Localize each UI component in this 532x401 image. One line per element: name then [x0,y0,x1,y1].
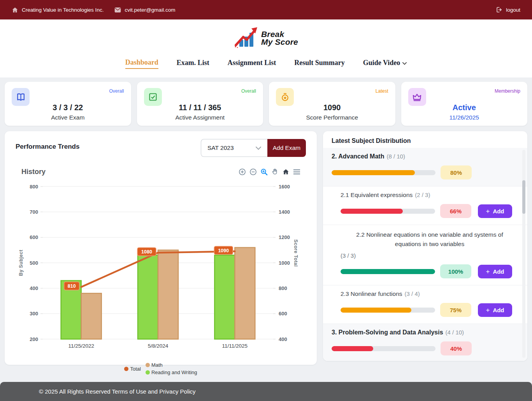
progress-bar [332,346,435,351]
percent-badge: 100% [440,264,471,278]
svg-text:400: 400 [279,336,287,342]
card-badge: Overall [241,88,256,94]
svg-text:1600: 1600 [279,184,290,190]
nav-assignment-list[interactable]: Assignment List [228,58,276,69]
zoom-out-icon[interactable] [249,168,257,176]
svg-text:11/25/2022: 11/25/2022 [68,343,94,349]
chart-toolbar [239,168,300,176]
svg-text:810: 810 [68,283,76,289]
active-exam-card: Overall 3 / 3 / 22 Active Exam [5,82,131,126]
logout-icon [495,6,502,13]
panel-title: Performance Trends [16,139,79,151]
company-name: Creating Value in Technologies Inc. [22,7,104,13]
plus-icon: + [486,307,490,313]
selection-zoom-icon[interactable] [260,168,268,176]
svg-text:500: 500 [30,260,38,266]
card-value: 3 / 3 / 22 [5,103,131,112]
subject-section-row: 3. Problem-Solving and Data Analysis(4 /… [323,324,527,361]
card-value: Active [401,103,528,112]
card-value: 11 / 11 / 365 [137,103,263,112]
chart-title: History [21,168,46,176]
nav-guide-video[interactable]: Guide Video [363,58,407,69]
subject-sub-row: 2.1 Equivalent expressions(2 / 3) 66% +A… [323,186,527,225]
add-button[interactable]: +Add [478,204,512,218]
menu-icon[interactable] [293,169,300,175]
footer: © 2025 All Rights Reserved Terms of Use … [0,382,532,401]
main-content: Overall 3 / 3 / 22 Active Exam Overall 1… [0,77,532,365]
svg-text:1200: 1200 [279,234,290,240]
scrollbar-thumb[interactable] [522,180,525,214]
add-button[interactable]: +Add [478,265,512,278]
percent-badge: 66% [440,204,471,218]
header: Break My Score Dashboard Exam. List Assi… [0,19,532,77]
progress-bar [341,269,435,274]
progress-bar [332,170,435,175]
svg-text:800: 800 [30,184,38,190]
chevron-down-icon [256,144,261,151]
panel-title: Latest Subject Distribution [323,131,527,148]
svg-text:200: 200 [30,336,38,342]
subject-distribution-panel: Latest Subject Distribution 2. Advanced … [323,131,527,361]
history-chart[interactable]: 8007006005004003002001600140012001000800… [16,178,306,356]
home-icon[interactable] [12,7,18,13]
svg-text:By Subject: By Subject [18,250,24,276]
logo-text: Break My Score [261,30,298,46]
chevron-down-icon [402,59,407,67]
svg-text:400: 400 [30,285,38,291]
svg-text:1090: 1090 [218,248,229,253]
svg-text:5/8/2024: 5/8/2024 [148,343,169,349]
plus-icon: + [486,208,490,215]
percent-badge: 40% [441,341,472,355]
email-icon [114,7,121,13]
card-label: Active Assignment [137,114,263,121]
nav-dashboard[interactable]: Dashboard [125,58,158,69]
progress-bar [341,308,435,313]
card-badge: Membership [495,88,520,94]
subject-sub-row: 2.3 Nonlinear functions(3 / 4) 75% +Add [323,285,527,324]
user-email: cvit.peter@gmail.com [125,7,175,13]
subject-section-row: 2. Advanced Math(8 / 10) 80% [323,148,527,186]
pan-icon[interactable] [271,168,279,176]
svg-text:1080: 1080 [141,249,152,255]
scrollbar-track[interactable] [522,150,525,358]
card-badge: Latest [376,88,388,94]
svg-text:700: 700 [30,209,38,215]
add-button[interactable]: +Add [478,303,512,317]
plus-icon: + [486,268,490,275]
nav-exam-list[interactable]: Exam. List [177,58,209,69]
logout-label: logout [506,7,520,13]
card-label: 11/26/2025 [401,114,528,121]
logout-button[interactable]: logout [495,6,520,13]
stat-cards-row: Overall 3 / 3 / 22 Active Exam Overall 1… [5,82,527,126]
topbar: Creating Value in Technologies Inc. cvit… [0,0,532,19]
legend-reading-writing[interactable]: Reading and Writing [146,369,197,375]
svg-text:11/11/2025: 11/11/2025 [222,343,248,349]
svg-text:600: 600 [279,311,287,317]
add-exam-button[interactable]: Add Exam [267,139,306,157]
chart-legend: Total Math Reading and Writing [5,362,317,375]
home-icon[interactable] [282,168,290,176]
brand-logo[interactable]: Break My Score [0,26,532,50]
svg-text:Score Total: Score Total [293,239,298,267]
nav-result-summary[interactable]: Result Summary [294,58,345,69]
exam-select[interactable]: SAT 2023 [201,139,267,157]
card-label: Active Exam [5,114,131,121]
legend-total[interactable]: Total [124,366,140,372]
percent-badge: 75% [440,303,471,317]
performance-trends-panel: Performance Trends SAT 2023 Add Exam His… [5,131,317,365]
copyright-text: © 2025 All Rights Reserved Terms of Use … [39,388,196,395]
progress-bar [341,209,435,214]
score-performance-card: Latest 1090 Score Performance [269,82,395,126]
percent-badge: 80% [441,165,472,179]
membership-card: Membership Active 11/26/2025 [401,82,528,126]
active-assignment-card: Overall 11 / 11 / 365 Active Assignment [137,82,263,126]
svg-text:800: 800 [279,285,287,291]
zoom-in-icon[interactable] [239,168,246,176]
card-value: 1090 [269,103,395,112]
svg-text:1400: 1400 [279,209,290,215]
legend-math[interactable]: Math [146,362,197,368]
card-badge: Overall [109,88,124,94]
svg-text:600: 600 [30,234,38,240]
main-nav: Dashboard Exam. List Assignment List Res… [0,58,532,69]
logo-chart-icon [234,26,259,50]
